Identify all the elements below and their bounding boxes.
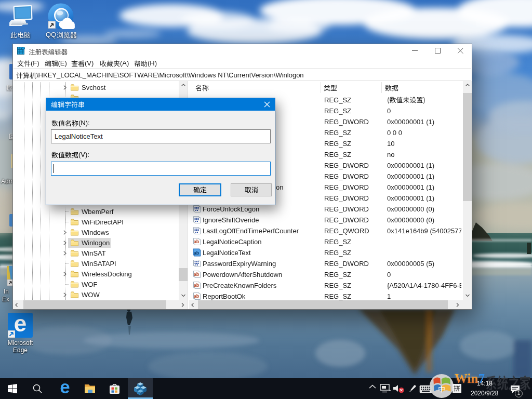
svg-text:ab: ab (194, 250, 200, 256)
svg-text:ab: ab (194, 294, 200, 299)
svg-text:ab: ab (194, 239, 200, 244)
svg-text:ab: ab (194, 272, 200, 277)
svg-text:ab: ab (194, 283, 200, 288)
